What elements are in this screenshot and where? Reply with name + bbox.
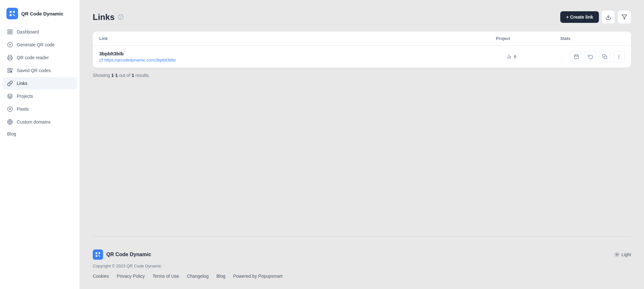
sidebar-item-qr-reader[interactable]: QR code reader bbox=[3, 51, 77, 64]
svg-rect-11 bbox=[11, 68, 12, 70]
copy-button[interactable] bbox=[599, 51, 611, 62]
svg-rect-0 bbox=[6, 8, 18, 19]
app-logo-icon bbox=[6, 8, 18, 19]
svg-point-34 bbox=[619, 58, 619, 58]
header-link: Link bbox=[99, 36, 496, 41]
link-name: 3bpblt3blb bbox=[99, 51, 442, 56]
sidebar-item-qr-reader-label: QR code reader bbox=[17, 55, 49, 60]
sidebar-item-projects-label: Projects bbox=[17, 94, 33, 99]
history-button[interactable] bbox=[585, 51, 596, 62]
footer-copyright: Copyright © 2023 QR Code Dynamic. bbox=[93, 264, 631, 268]
footer-link-blog[interactable]: Blog bbox=[216, 274, 225, 279]
sidebar-logo: QR Code Dynamic bbox=[0, 5, 80, 26]
sidebar-item-custom-domains-label: Custom domains bbox=[17, 119, 51, 125]
svg-rect-10 bbox=[8, 68, 9, 70]
svg-rect-31 bbox=[604, 56, 607, 59]
more-options-button[interactable] bbox=[613, 51, 625, 62]
projects-icon bbox=[7, 93, 13, 99]
sidebar: QR Code Dynamic Dashboard Generate QR co… bbox=[0, 0, 80, 289]
sidebar-item-saved-qr[interactable]: Saved QR codes bbox=[3, 64, 77, 77]
svg-point-1 bbox=[13, 14, 14, 15]
footer: QR Code Dynamic Light Copyright © 2023 Q… bbox=[93, 236, 631, 279]
sidebar-item-dashboard-label: Dashboard bbox=[17, 29, 39, 34]
sidebar-item-projects[interactable]: Projects bbox=[3, 90, 77, 102]
links-table: Link Project Stats 3bpblt3blb https://qr… bbox=[93, 32, 631, 68]
sidebar-item-pixels-label: Pixels bbox=[17, 107, 29, 112]
footer-link-cookies[interactable]: Cookies bbox=[93, 274, 109, 279]
svg-marker-13 bbox=[8, 94, 13, 97]
app-name: QR Code Dynamic bbox=[21, 11, 63, 16]
qr-reader-icon bbox=[7, 55, 13, 61]
info-icon[interactable] bbox=[118, 14, 124, 20]
pixels-icon bbox=[7, 106, 13, 112]
sidebar-item-saved-qr-label: Saved QR codes bbox=[17, 68, 51, 73]
sidebar-item-custom-domains[interactable]: Custom domains bbox=[3, 116, 77, 128]
generate-qr-icon bbox=[7, 42, 13, 48]
svg-rect-3 bbox=[11, 30, 12, 31]
link-cell: 3bpblt3blb https://qrcodedynamic.com/3bp… bbox=[99, 51, 442, 62]
svg-point-33 bbox=[619, 56, 619, 57]
footer-brand-name: QR Code Dynamic bbox=[106, 252, 151, 257]
footer-theme-label: Light bbox=[621, 252, 631, 257]
footer-link-popupsmart[interactable]: Powered by Popupsmart bbox=[233, 274, 282, 279]
svg-point-14 bbox=[8, 107, 13, 112]
results-total: 1 bbox=[132, 73, 134, 78]
download-button[interactable] bbox=[601, 10, 615, 24]
sidebar-item-pixels[interactable]: Pixels bbox=[3, 103, 77, 115]
table-row: 3bpblt3blb https://qrcodedynamic.com/3bp… bbox=[93, 46, 631, 68]
calendar-button[interactable] bbox=[571, 51, 582, 62]
header-project: Project bbox=[496, 36, 560, 41]
footer-link-privacy[interactable]: Privacy Policy bbox=[117, 274, 145, 279]
page-header: Links + Create link bbox=[93, 10, 631, 24]
filter-button[interactable] bbox=[618, 10, 631, 24]
stats-chart-icon bbox=[506, 54, 512, 60]
dashboard-icon bbox=[7, 29, 13, 35]
footer-logo: QR Code Dynamic bbox=[93, 249, 151, 260]
sidebar-item-generate-qr[interactable]: Generate QR code bbox=[3, 39, 77, 51]
svg-rect-35 bbox=[93, 249, 103, 260]
header-actions: + Create link bbox=[560, 10, 631, 24]
links-icon bbox=[7, 80, 13, 86]
link-url: https://qrcodedynamic.com/3bpblt3blb/ bbox=[99, 58, 442, 62]
saved-qr-icon bbox=[7, 68, 13, 73]
sidebar-nav: Dashboard Generate QR code QR code reade… bbox=[0, 26, 80, 128]
sidebar-item-links-label: Links bbox=[17, 81, 27, 86]
sidebar-item-blog[interactable]: Blog bbox=[3, 128, 77, 140]
svg-rect-27 bbox=[574, 55, 578, 59]
footer-brand: QR Code Dynamic Light bbox=[93, 249, 631, 260]
settings-icon bbox=[614, 252, 620, 257]
page-title-row: Links bbox=[93, 12, 124, 22]
footer-link-changelog[interactable]: Changelog bbox=[187, 274, 209, 279]
create-link-button[interactable]: + Create link bbox=[560, 11, 599, 23]
svg-marker-22 bbox=[622, 15, 627, 19]
external-link-icon bbox=[99, 58, 103, 62]
svg-point-36 bbox=[616, 254, 618, 255]
results-text: Showing 1-1 out of 1 results. bbox=[93, 73, 631, 78]
svg-line-23 bbox=[101, 59, 103, 61]
svg-rect-4 bbox=[11, 33, 12, 34]
sidebar-item-generate-qr-label: Generate QR code bbox=[17, 42, 55, 47]
svg-rect-2 bbox=[8, 30, 9, 31]
stats-cell: 6 bbox=[506, 54, 571, 60]
svg-rect-12 bbox=[8, 71, 9, 73]
stats-value: 6 bbox=[514, 54, 516, 59]
footer-theme-toggle[interactable]: Light bbox=[614, 252, 631, 257]
footer-links: Cookies Privacy Policy Terms of Use Chan… bbox=[93, 274, 631, 279]
svg-rect-9 bbox=[9, 58, 12, 60]
results-to: 1 bbox=[115, 73, 118, 78]
page-title: Links bbox=[93, 12, 115, 22]
row-actions bbox=[571, 51, 625, 62]
link-url-text[interactable]: https://qrcodedynamic.com/3bpblt3blb/ bbox=[104, 58, 176, 62]
svg-point-32 bbox=[619, 55, 619, 55]
sidebar-item-links[interactable]: Links bbox=[3, 77, 77, 89]
custom-domains-icon bbox=[7, 119, 13, 125]
results-from: 1 bbox=[111, 73, 114, 78]
header-stats: Stats bbox=[560, 36, 625, 41]
footer-logo-icon bbox=[93, 249, 103, 260]
sidebar-item-dashboard[interactable]: Dashboard bbox=[3, 26, 77, 38]
svg-rect-5 bbox=[8, 33, 9, 34]
table-header: Link Project Stats bbox=[93, 32, 631, 46]
main-content: Links + Create link Link bbox=[80, 0, 644, 289]
svg-point-15 bbox=[9, 108, 11, 110]
footer-link-terms[interactable]: Terms of Use bbox=[153, 274, 179, 279]
